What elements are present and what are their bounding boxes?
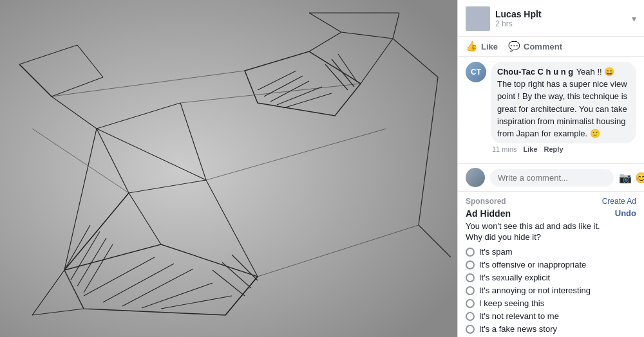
- current-user-avatar: [466, 168, 485, 187]
- comment-like-link[interactable]: Like: [524, 145, 538, 153]
- like-label: Like: [481, 42, 498, 51]
- ad-hidden-sub: You won't see this ad and ads like it.: [466, 221, 636, 231]
- comment-reply-link[interactable]: Reply: [544, 145, 564, 153]
- radio-option-fake_news[interactable]: It's a fake news story: [466, 324, 636, 334]
- post-time: 2 hrs: [495, 19, 542, 28]
- comment-button[interactable]: 💬 Comment: [508, 41, 562, 52]
- undo-link[interactable]: Undo: [615, 208, 636, 218]
- comment-avatar: CT: [466, 62, 486, 82]
- radio-option-offensive[interactable]: It's offensive or inappropriate: [466, 260, 636, 269]
- radio-option-spam[interactable]: It's spam: [466, 247, 636, 257]
- radio-circle-keep_seeing: [466, 299, 475, 308]
- comment-section: CT Chou-Tac C h u n g Yeah !! 😄 The top …: [458, 57, 644, 164]
- create-ad-link[interactable]: Create Ad: [602, 197, 636, 206]
- comment-label: Comment: [524, 42, 562, 51]
- radio-label-spam: It's spam: [479, 247, 513, 257]
- radio-label-fake_news: It's a fake news story: [479, 324, 557, 334]
- ad-hidden-header: Ad Hidden Undo: [466, 208, 636, 219]
- like-button[interactable]: 👍 Like: [466, 41, 498, 52]
- comment-meta: 11 mins Like Reply: [491, 145, 636, 153]
- post-header: Lucas Hplt 2 hrs ▾: [458, 0, 644, 37]
- radio-circle-not_relevant: [466, 312, 475, 321]
- comment-time: 11 mins: [492, 145, 517, 153]
- comment-input-icons: 📷 😊: [619, 172, 644, 184]
- comment-content: Chou-Tac C h u n g Yeah !! 😄 The top rig…: [491, 62, 636, 153]
- sponsored-label: Sponsored: [466, 197, 506, 206]
- ad-hidden-title: Ad Hidden: [466, 208, 511, 219]
- svg-rect-0: [0, 0, 457, 337]
- radio-circle-spam: [466, 248, 475, 257]
- radio-label-sexually_explicit: It's sexually explicit: [479, 273, 550, 282]
- radio-label-offensive: It's offensive or inappropriate: [479, 260, 586, 269]
- radio-label-not_relevant: It's not relevant to me: [479, 311, 559, 321]
- camera-icon[interactable]: 📷: [619, 172, 632, 184]
- post-user-name: Lucas Hplt: [495, 9, 542, 19]
- like-icon: 👍: [466, 41, 478, 52]
- post-avatar: [466, 6, 490, 31]
- comment-text: Yeah !! 😄 The top right has a super nice…: [497, 67, 627, 138]
- emoji-icon[interactable]: 😊: [635, 172, 644, 184]
- radio-option-sexually_explicit[interactable]: It's sexually explicit: [466, 273, 636, 282]
- radio-circle-sexually_explicit: [466, 273, 475, 282]
- comment-bubble: Chou-Tac C h u n g Yeah !! 😄 The top rig…: [491, 62, 636, 143]
- radio-label-keep_seeing: I keep seeing this: [479, 298, 544, 308]
- radio-label-annoying: It's annoying or not interesting: [479, 286, 591, 295]
- action-bar: 👍 Like 💬 Comment: [458, 37, 644, 57]
- comment-author: Chou-Tac C h u n g: [497, 67, 573, 77]
- sidebar: Lucas Hplt 2 hrs ▾ 👍 Like 💬 Comment CT C…: [457, 0, 644, 337]
- radio-option-not_relevant[interactable]: It's not relevant to me: [466, 311, 636, 321]
- radio-options-container: It's spamIt's offensive or inappropriate…: [466, 247, 636, 337]
- post-image: [0, 0, 457, 337]
- write-comment-input[interactable]: [490, 169, 614, 187]
- write-comment-area: 📷 😊: [458, 164, 644, 192]
- radio-circle-fake_news: [466, 325, 475, 334]
- ad-hidden-question: Why did you hide it?: [466, 232, 636, 242]
- post-user-info: Lucas Hplt 2 hrs: [495, 9, 542, 28]
- radio-option-annoying[interactable]: It's annoying or not interesting: [466, 286, 636, 295]
- sponsored-header: Sponsored Create Ad: [458, 192, 644, 208]
- radio-circle-annoying: [466, 286, 475, 295]
- radio-option-keep_seeing[interactable]: I keep seeing this: [466, 298, 636, 308]
- post-options-chevron[interactable]: ▾: [632, 14, 636, 24]
- ad-hidden-section: Ad Hidden Undo You won't see this ad and…: [458, 208, 644, 337]
- radio-circle-offensive: [466, 260, 475, 269]
- comment-icon: 💬: [508, 41, 520, 52]
- comment-item: CT Chou-Tac C h u n g Yeah !! 😄 The top …: [466, 62, 636, 153]
